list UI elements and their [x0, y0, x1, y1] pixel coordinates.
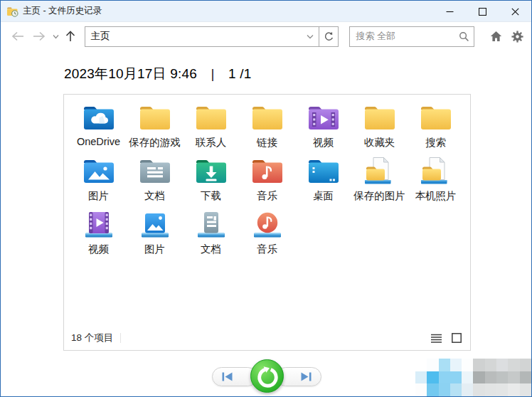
header-separator: | — [211, 66, 214, 81]
items-panel: OneDrive 保存的游戏 联系人 链接 视频 收藏夹 搜索 图片 文档 — [63, 94, 471, 351]
watermark-pixel — [508, 359, 519, 371]
watermark-pixel — [520, 383, 531, 396]
watermark-pixel — [450, 371, 462, 384]
restore-arrow-icon — [253, 362, 282, 391]
settings-button[interactable] — [509, 27, 526, 46]
up-arrow-icon — [64, 30, 77, 43]
address-bar[interactable]: 主页 — [85, 26, 319, 47]
grid-item-16[interactable]: 图片 — [127, 207, 183, 260]
refresh-button[interactable] — [319, 26, 339, 47]
onedrive-folder-icon — [82, 100, 116, 134]
watermark-pixel — [462, 359, 473, 371]
details-view-button[interactable] — [429, 331, 443, 345]
minimize-button[interactable] — [433, 1, 466, 22]
watermark-pixel — [439, 359, 450, 371]
item-label: 桌面 — [313, 189, 334, 203]
item-label: 文档 — [201, 243, 221, 256]
watermark-pixel — [439, 371, 450, 384]
maximize-button[interactable] — [466, 1, 499, 22]
address-bar-group: 主页 — [85, 26, 339, 47]
restore-button[interactable] — [250, 359, 284, 393]
pictures-folder-icon — [82, 154, 116, 188]
watermark-pixel — [462, 383, 473, 396]
search-button[interactable] — [454, 27, 474, 46]
watermark-pixel — [508, 383, 519, 396]
home-button[interactable] — [487, 27, 504, 46]
file-history-window: 主页 - 文件历史记录 主页 — [0, 0, 532, 397]
watermark-pixel — [496, 359, 508, 371]
gear-icon — [511, 31, 523, 43]
large-icons-view-button[interactable] — [449, 331, 464, 345]
watermark-pixel — [485, 359, 496, 371]
window-controls — [433, 1, 531, 22]
grid-item-10[interactable]: 下载 — [183, 154, 239, 207]
item-label: OneDrive — [77, 136, 120, 147]
item-label: 保存的图片 — [353, 189, 405, 203]
grid-item-4[interactable]: 链接 — [239, 100, 295, 154]
grid-item-11[interactable]: 音乐 — [239, 154, 295, 207]
recent-locations-button[interactable] — [50, 27, 61, 46]
watermark-pixel — [496, 371, 508, 384]
back-button[interactable] — [9, 27, 26, 46]
back-arrow-icon — [11, 31, 25, 42]
close-button[interactable] — [499, 1, 531, 22]
watermark-pixel — [496, 383, 508, 396]
watermark-pixel — [415, 359, 427, 371]
view-toggle-group — [429, 331, 464, 345]
saved-pictures-folder-icon — [363, 154, 397, 188]
watermark-pixel — [485, 371, 496, 384]
documents-folder-icon — [138, 154, 172, 188]
grid-item-2[interactable]: 保存的游戏 — [127, 100, 183, 154]
watermark-pixel — [450, 383, 462, 396]
up-button[interactable] — [63, 27, 80, 46]
desktop-folder-icon — [307, 154, 341, 188]
item-label: 本机照片 — [415, 189, 457, 203]
watermark-pixel — [427, 359, 438, 371]
search-icon — [459, 31, 469, 42]
grid-item-3[interactable]: 联系人 — [183, 100, 239, 154]
forward-button[interactable] — [31, 27, 48, 46]
watermark-pixel — [520, 359, 531, 371]
status-divider — [120, 333, 121, 343]
grid-item-6[interactable]: 收藏夹 — [351, 100, 408, 154]
window-title: 主页 - 文件历史记录 — [23, 5, 102, 17]
search-box[interactable]: 搜索 全部 — [349, 26, 474, 47]
backup-date: 2023年10月17日 9:46 — [64, 66, 197, 81]
watermark-pixel — [473, 383, 484, 396]
grid-item-17[interactable]: 文档 — [183, 207, 239, 260]
documents-library-icon — [194, 207, 228, 241]
watermark-pixel — [415, 371, 427, 384]
item-label: 图片 — [144, 243, 165, 256]
videos-library-icon — [82, 207, 116, 241]
grid-item-9[interactable]: 文档 — [127, 154, 183, 207]
grid-item-5[interactable]: 视频 — [295, 100, 351, 154]
grid-item-15[interactable]: 视频 — [70, 207, 127, 260]
titlebar: 主页 - 文件历史记录 — [1, 1, 531, 22]
close-icon — [511, 8, 519, 16]
list-view-icon — [431, 334, 442, 343]
videos-folder-icon — [307, 100, 341, 134]
grid-item-14[interactable]: 本机照片 — [408, 154, 464, 207]
grid-item-13[interactable]: 保存的图片 — [351, 154, 408, 207]
folder-grid: OneDrive 保存的游戏 联系人 链接 视频 收藏夹 搜索 图片 文档 — [70, 100, 464, 260]
item-label: 文档 — [144, 189, 165, 203]
watermark-pixel — [508, 371, 519, 384]
item-count: 18 个项目 — [71, 332, 113, 344]
downloads-folder-icon — [194, 154, 228, 188]
grid-item-7[interactable]: 搜索 — [408, 100, 464, 154]
grid-item-8[interactable]: 图片 — [70, 154, 127, 207]
item-label: 视频 — [313, 136, 334, 149]
watermark-pixel — [427, 383, 438, 396]
grid-item-12[interactable]: 桌面 — [295, 154, 351, 207]
address-dropdown-button[interactable] — [302, 27, 319, 46]
grid-item-1[interactable]: OneDrive — [70, 100, 127, 154]
address-value: 主页 — [85, 30, 302, 43]
maximize-icon — [479, 8, 486, 16]
chevron-down-icon — [307, 34, 314, 39]
refresh-icon — [324, 31, 334, 42]
folder-icon — [419, 100, 453, 134]
item-label: 图片 — [88, 189, 109, 203]
watermark-pixel — [520, 371, 531, 384]
page-indicator: 1 /1 — [228, 66, 252, 81]
grid-item-18[interactable]: 音乐 — [239, 207, 295, 260]
